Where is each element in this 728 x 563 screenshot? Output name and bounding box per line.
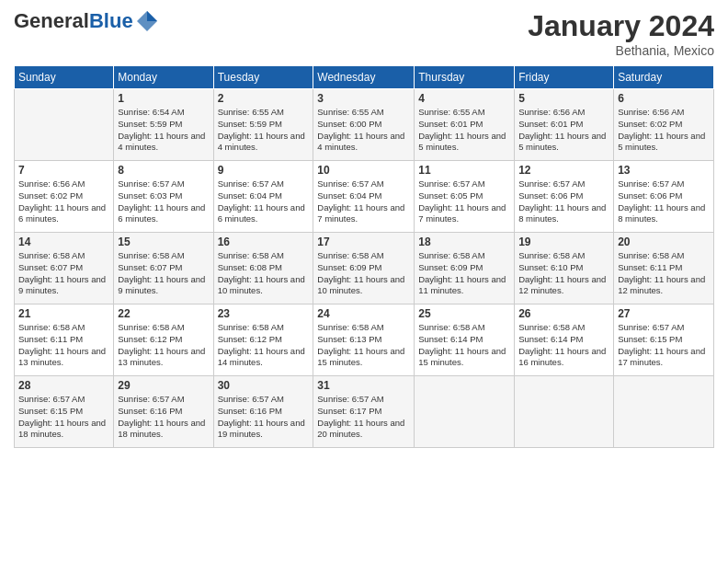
header-monday: Monday <box>114 66 213 89</box>
day-number: 8 <box>118 164 209 177</box>
calendar-cell: 6Sunrise: 6:56 AM Sunset: 6:02 PM Daylig… <box>614 89 714 161</box>
day-info: Sunrise: 6:56 AM Sunset: 6:01 PM Dayligh… <box>518 107 609 154</box>
day-info: Sunrise: 6:55 AM Sunset: 6:01 PM Dayligh… <box>418 107 510 154</box>
calendar-cell: 30Sunrise: 6:57 AM Sunset: 6:16 PM Dayli… <box>213 376 313 448</box>
day-number: 28 <box>18 379 109 392</box>
day-number: 13 <box>618 164 710 177</box>
day-info: Sunrise: 6:56 AM Sunset: 6:02 PM Dayligh… <box>18 178 109 225</box>
day-info: Sunrise: 6:54 AM Sunset: 5:59 PM Dayligh… <box>118 107 209 154</box>
calendar-cell: 27Sunrise: 6:57 AM Sunset: 6:15 PM Dayli… <box>614 304 714 376</box>
day-info: Sunrise: 6:57 AM Sunset: 6:16 PM Dayligh… <box>218 394 310 441</box>
day-number: 26 <box>518 307 609 320</box>
calendar-table: Sunday Monday Tuesday Wednesday Thursday… <box>14 65 714 448</box>
day-info: Sunrise: 6:57 AM Sunset: 6:16 PM Dayligh… <box>118 394 209 441</box>
calendar-week-1: 7Sunrise: 6:56 AM Sunset: 6:02 PM Daylig… <box>15 161 714 233</box>
day-info: Sunrise: 6:58 AM Sunset: 6:11 PM Dayligh… <box>618 250 710 297</box>
day-number: 11 <box>418 164 510 177</box>
day-number: 20 <box>618 236 710 248</box>
calendar-cell: 23Sunrise: 6:58 AM Sunset: 6:12 PM Dayli… <box>213 304 313 376</box>
page-header: GeneralBlue January 2024 Bethania, Mexic… <box>14 9 714 58</box>
calendar-cell: 25Sunrise: 6:58 AM Sunset: 6:14 PM Dayli… <box>415 304 515 376</box>
day-number: 5 <box>518 92 609 105</box>
calendar-cell: 8Sunrise: 6:57 AM Sunset: 6:03 PM Daylig… <box>114 161 213 233</box>
day-info: Sunrise: 6:58 AM Sunset: 6:09 PM Dayligh… <box>418 250 510 297</box>
calendar-body: 1Sunrise: 6:54 AM Sunset: 5:59 PM Daylig… <box>15 89 714 448</box>
day-info: Sunrise: 6:58 AM Sunset: 6:13 PM Dayligh… <box>317 322 410 369</box>
day-info: Sunrise: 6:55 AM Sunset: 6:00 PM Dayligh… <box>317 107 410 154</box>
day-info: Sunrise: 6:57 AM Sunset: 6:04 PM Dayligh… <box>317 178 410 225</box>
calendar-cell: 9Sunrise: 6:57 AM Sunset: 6:04 PM Daylig… <box>213 161 313 233</box>
day-info: Sunrise: 6:57 AM Sunset: 6:06 PM Dayligh… <box>618 178 710 225</box>
location: Bethania, Mexico <box>528 43 714 58</box>
day-info: Sunrise: 6:58 AM Sunset: 6:12 PM Dayligh… <box>218 322 310 369</box>
day-info: Sunrise: 6:58 AM Sunset: 6:08 PM Dayligh… <box>218 250 310 297</box>
header-sunday: Sunday <box>15 66 114 89</box>
calendar-cell: 12Sunrise: 6:57 AM Sunset: 6:06 PM Dayli… <box>515 161 614 233</box>
calendar-cell: 10Sunrise: 6:57 AM Sunset: 6:04 PM Dayli… <box>313 161 415 233</box>
calendar-cell <box>614 376 714 448</box>
day-info: Sunrise: 6:57 AM Sunset: 6:15 PM Dayligh… <box>18 394 109 441</box>
calendar-cell: 2Sunrise: 6:55 AM Sunset: 5:59 PM Daylig… <box>213 89 313 161</box>
day-number: 10 <box>317 164 410 177</box>
day-info: Sunrise: 6:57 AM Sunset: 6:04 PM Dayligh… <box>218 178 310 225</box>
calendar-week-3: 21Sunrise: 6:58 AM Sunset: 6:11 PM Dayli… <box>15 304 714 376</box>
day-info: Sunrise: 6:58 AM Sunset: 6:07 PM Dayligh… <box>118 250 209 297</box>
calendar-cell: 18Sunrise: 6:58 AM Sunset: 6:09 PM Dayli… <box>415 233 515 304</box>
day-number: 12 <box>518 164 609 177</box>
day-number: 1 <box>118 92 209 105</box>
day-info: Sunrise: 6:58 AM Sunset: 6:11 PM Dayligh… <box>18 322 109 369</box>
month-title: January 2024 <box>528 9 714 43</box>
calendar-cell: 20Sunrise: 6:58 AM Sunset: 6:11 PM Dayli… <box>614 233 714 304</box>
day-number: 31 <box>317 379 410 392</box>
day-info: Sunrise: 6:58 AM Sunset: 6:09 PM Dayligh… <box>317 250 410 297</box>
day-info: Sunrise: 6:56 AM Sunset: 6:02 PM Dayligh… <box>618 107 710 154</box>
calendar-week-4: 28Sunrise: 6:57 AM Sunset: 6:15 PM Dayli… <box>15 376 714 448</box>
calendar-cell <box>415 376 515 448</box>
day-info: Sunrise: 6:57 AM Sunset: 6:05 PM Dayligh… <box>418 178 510 225</box>
calendar-cell: 21Sunrise: 6:58 AM Sunset: 6:11 PM Dayli… <box>15 304 114 376</box>
calendar-cell: 1Sunrise: 6:54 AM Sunset: 5:59 PM Daylig… <box>114 89 213 161</box>
calendar-cell: 26Sunrise: 6:58 AM Sunset: 6:14 PM Dayli… <box>515 304 614 376</box>
calendar-cell <box>15 89 114 161</box>
header-wednesday: Wednesday <box>313 66 415 89</box>
day-number: 23 <box>218 307 310 320</box>
day-number: 24 <box>317 307 410 320</box>
calendar-cell: 28Sunrise: 6:57 AM Sunset: 6:15 PM Dayli… <box>15 376 114 448</box>
day-number: 6 <box>618 92 710 105</box>
day-info: Sunrise: 6:55 AM Sunset: 5:59 PM Dayligh… <box>218 107 310 154</box>
day-info: Sunrise: 6:57 AM Sunset: 6:06 PM Dayligh… <box>518 178 609 225</box>
header-saturday: Saturday <box>614 66 714 89</box>
day-info: Sunrise: 6:58 AM Sunset: 6:14 PM Dayligh… <box>518 322 609 369</box>
day-number: 22 <box>118 307 209 320</box>
calendar-cell: 7Sunrise: 6:56 AM Sunset: 6:02 PM Daylig… <box>15 161 114 233</box>
day-info: Sunrise: 6:58 AM Sunset: 6:14 PM Dayligh… <box>418 322 510 369</box>
header-tuesday: Tuesday <box>213 66 313 89</box>
calendar-week-0: 1Sunrise: 6:54 AM Sunset: 5:59 PM Daylig… <box>15 89 714 161</box>
day-info: Sunrise: 6:57 AM Sunset: 6:03 PM Dayligh… <box>118 178 209 225</box>
day-number: 14 <box>18 236 109 248</box>
day-number: 3 <box>317 92 410 105</box>
day-number: 30 <box>218 379 310 392</box>
day-number: 18 <box>418 236 510 248</box>
calendar-cell: 16Sunrise: 6:58 AM Sunset: 6:08 PM Dayli… <box>213 233 313 304</box>
calendar-cell: 22Sunrise: 6:58 AM Sunset: 6:12 PM Dayli… <box>114 304 213 376</box>
day-number: 16 <box>218 236 310 248</box>
day-number: 29 <box>118 379 209 392</box>
calendar-cell: 17Sunrise: 6:58 AM Sunset: 6:09 PM Dayli… <box>313 233 415 304</box>
day-info: Sunrise: 6:58 AM Sunset: 6:07 PM Dayligh… <box>18 250 109 297</box>
calendar-cell: 4Sunrise: 6:55 AM Sunset: 6:01 PM Daylig… <box>415 89 515 161</box>
calendar-cell: 15Sunrise: 6:58 AM Sunset: 6:07 PM Dayli… <box>114 233 213 304</box>
day-number: 19 <box>518 236 609 248</box>
day-number: 21 <box>18 307 109 320</box>
calendar-cell <box>515 376 614 448</box>
calendar-cell: 5Sunrise: 6:56 AM Sunset: 6:01 PM Daylig… <box>515 89 614 161</box>
header-thursday: Thursday <box>415 66 515 89</box>
calendar-header: Sunday Monday Tuesday Wednesday Thursday… <box>15 66 714 89</box>
day-number: 27 <box>618 307 710 320</box>
calendar-cell: 31Sunrise: 6:57 AM Sunset: 6:17 PM Dayli… <box>313 376 415 448</box>
calendar-cell: 13Sunrise: 6:57 AM Sunset: 6:06 PM Dayli… <box>614 161 714 233</box>
calendar-week-2: 14Sunrise: 6:58 AM Sunset: 6:07 PM Dayli… <box>15 233 714 304</box>
calendar-cell: 24Sunrise: 6:58 AM Sunset: 6:13 PM Dayli… <box>313 304 415 376</box>
calendar-cell: 14Sunrise: 6:58 AM Sunset: 6:07 PM Dayli… <box>15 233 114 304</box>
title-block: January 2024 Bethania, Mexico <box>528 9 714 58</box>
